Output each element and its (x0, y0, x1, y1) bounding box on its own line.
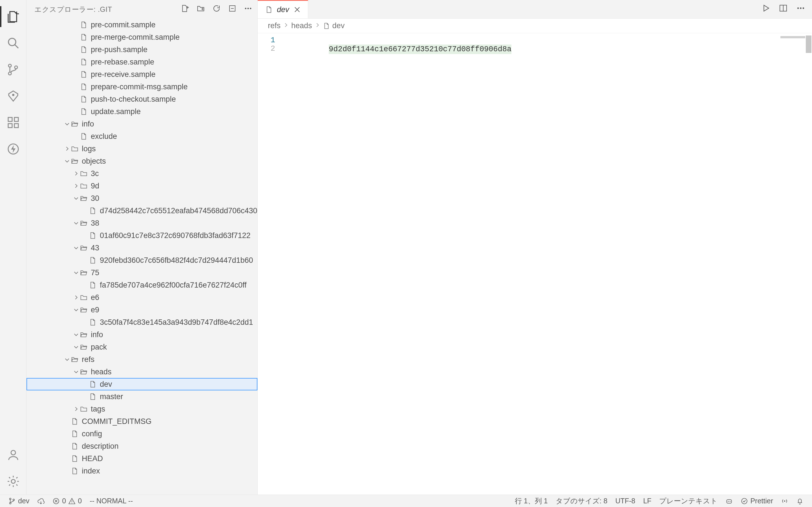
status-live[interactable] (777, 497, 792, 505)
folder-icon (71, 157, 79, 165)
tab-dev[interactable]: dev (258, 0, 308, 18)
tree-folder[interactable]: 3c (27, 167, 257, 180)
tree-file[interactable]: update.sample (27, 105, 257, 118)
tree-file[interactable]: 920febd360c7c656fb482f4dc7d294447d1b60 (27, 254, 257, 267)
split-editor-button[interactable] (779, 4, 788, 15)
status-prettier[interactable]: Prettier (737, 497, 777, 505)
tree-file[interactable]: dev (27, 378, 257, 390)
tree-file[interactable]: COMMIT_EDITMSG (27, 415, 257, 428)
file-icon (80, 33, 88, 41)
activity-debug[interactable] (0, 83, 27, 109)
new-file-button[interactable] (181, 4, 189, 14)
status-indent[interactable]: タブのサイズ: 8 (552, 496, 612, 506)
status-sync[interactable] (33, 497, 49, 505)
status-notifications[interactable] (792, 497, 808, 505)
tree-folder[interactable]: 75 (27, 267, 257, 279)
status-copilot[interactable] (721, 497, 737, 505)
tree-file[interactable]: fa785de707a4ce962f00cfa716e7627f24c0ff (27, 279, 257, 291)
tree-folder[interactable]: 30 (27, 192, 257, 205)
tree-folder[interactable]: refs (27, 353, 257, 365)
tree-folder[interactable]: 9d (27, 180, 257, 192)
search-icon (6, 36, 20, 50)
tree-folder[interactable]: info (27, 328, 257, 341)
tree-folder[interactable]: objects (27, 155, 257, 167)
tree-label: pre-commit.sample (91, 20, 156, 29)
chevron-down-icon (73, 307, 79, 313)
tree-file[interactable]: description (27, 440, 257, 452)
tree-file[interactable]: pre-merge-commit.sample (27, 31, 257, 43)
tab-close-button[interactable] (293, 6, 301, 13)
new-folder-button[interactable] (197, 4, 205, 14)
code-content[interactable]: 9d2d0f1144c1e667277d35210c77d08ff0906d8a (283, 33, 511, 62)
editor-more-button[interactable] (796, 4, 805, 15)
tree-file[interactable]: pre-receive.sample (27, 68, 257, 80)
code-line: 9d2d0f1144c1e667277d35210c77d08ff0906d8a (329, 45, 511, 54)
minimap[interactable] (780, 36, 805, 38)
breadcrumb-item[interactable]: dev (323, 21, 345, 30)
chevron-right-icon (73, 170, 79, 177)
breadcrumb-item[interactable]: heads (291, 21, 312, 30)
activity-scm[interactable] (0, 56, 27, 83)
tree-file[interactable]: exclude (27, 130, 257, 143)
activity-extensions[interactable] (0, 109, 27, 136)
refresh-button[interactable] (212, 4, 221, 14)
tree-file[interactable]: config (27, 428, 257, 440)
line-gutter: 1 2 (258, 33, 283, 62)
tree-file[interactable]: master (27, 390, 257, 403)
folder-icon (80, 331, 88, 339)
status-problems[interactable]: 0 0 (49, 497, 86, 505)
tree-file[interactable]: push-to-checkout.sample (27, 93, 257, 105)
tree-folder[interactable]: pack (27, 341, 257, 353)
status-language[interactable]: プレーンテキスト (655, 496, 721, 506)
run-button[interactable] (761, 4, 770, 15)
tree-folder[interactable]: e9 (27, 304, 257, 316)
tree-file[interactable]: index (27, 465, 257, 477)
tree-file[interactable]: pre-rebase.sample (27, 56, 257, 68)
tree-folder[interactable]: 38 (27, 217, 257, 229)
breadcrumb-item[interactable]: refs (268, 21, 281, 30)
file-icon (71, 455, 79, 462)
file-icon (71, 430, 79, 438)
scrollbar-thumb[interactable] (806, 36, 811, 53)
tree-label: tags (91, 405, 105, 413)
chevron-right-icon (73, 406, 79, 412)
status-eol[interactable]: LF (639, 497, 655, 505)
activity-bar (0, 0, 27, 495)
more-button[interactable] (244, 4, 252, 14)
status-encoding[interactable]: UTF-8 (611, 497, 639, 505)
folder-icon (80, 293, 88, 301)
activity-account[interactable] (0, 442, 27, 468)
tree-folder[interactable]: e6 (27, 291, 257, 304)
tree-file[interactable]: pre-commit.sample (27, 18, 257, 31)
tree-file[interactable]: pre-push.sample (27, 43, 257, 56)
activity-explorer[interactable] (0, 3, 27, 30)
editor-body[interactable]: 1 2 9d2d0f1144c1e667277d35210c77d08ff090… (258, 33, 812, 62)
tree-folder[interactable]: logs (27, 143, 257, 155)
tree-folder[interactable]: 43 (27, 242, 257, 254)
file-icon (80, 58, 88, 66)
editor-pane: dev refs heads dev 1 2 9d2d (258, 0, 812, 495)
tree-file[interactable]: d74d258442c7c65512eafab474568dd706c430 (27, 205, 257, 217)
explorer-header: エクスプローラー: .GIT (27, 0, 257, 18)
folder-icon (71, 120, 79, 128)
tree-folder[interactable]: info (27, 118, 257, 130)
folder-icon (80, 306, 88, 314)
status-cursor[interactable]: 行 1、列 1 (511, 496, 552, 506)
branch-icon (6, 63, 20, 76)
tree-folder[interactable]: heads (27, 365, 257, 378)
tree-file[interactable]: 01af60c91c7e8c372c690768fdb3fad63f7122 (27, 229, 257, 242)
tree-file[interactable]: prepare-commit-msg.sample (27, 80, 257, 93)
new-folder-icon (197, 4, 205, 13)
file-icon (323, 22, 330, 30)
tree-file[interactable]: HEAD (27, 452, 257, 465)
tree-file[interactable]: 3c50fa7f4c83e145a3a943d9b747df8e4c2dd1 (27, 316, 257, 328)
chevron-down-icon (73, 195, 79, 202)
collapse-all-button[interactable] (228, 4, 237, 14)
tree-folder[interactable]: tags (27, 403, 257, 415)
activity-settings[interactable] (0, 468, 27, 495)
breadcrumbs[interactable]: refs heads dev (258, 18, 812, 33)
file-tree[interactable]: pre-commit.samplepre-merge-commit.sample… (27, 18, 257, 495)
activity-search[interactable] (0, 30, 27, 56)
activity-actions[interactable] (0, 136, 27, 162)
status-branch[interactable]: dev (4, 497, 33, 505)
